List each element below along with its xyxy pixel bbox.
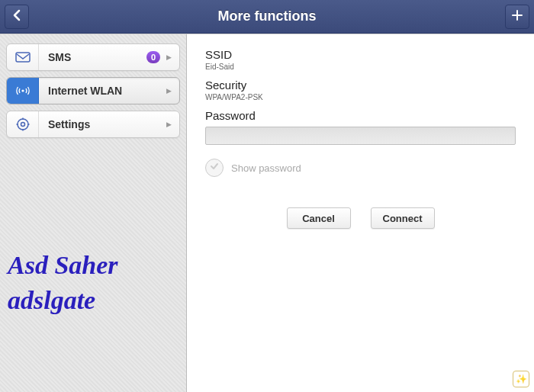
ssid-label: SSID: [205, 48, 516, 61]
connect-button[interactable]: Connect: [371, 207, 435, 229]
sidebar: SMS 0 ▶ Internet WLAN ▶ Settings ▶ Asd S…: [0, 34, 187, 392]
check-icon: [209, 161, 220, 175]
chevron-left-icon: [12, 9, 21, 24]
envelope-icon: [7, 44, 39, 70]
chevron-right-icon: ▶: [166, 53, 172, 61]
sidebar-item-label: Internet WLAN: [39, 85, 166, 97]
wifi-icon: [7, 78, 39, 104]
sidebar-item-label: SMS: [39, 51, 146, 63]
show-password-row: Show password: [205, 159, 516, 177]
sms-badge: 0: [146, 51, 160, 63]
gear-icon: [7, 111, 39, 137]
password-input[interactable]: [205, 127, 516, 145]
ssid-value: Eid-Said: [205, 63, 516, 71]
security-value: WPA/WPA2-PSK: [205, 93, 516, 101]
svg-point-1: [21, 89, 24, 92]
sparkle-icon: ✨: [516, 374, 527, 384]
sidebar-item-settings[interactable]: Settings ▶: [6, 111, 180, 138]
sidebar-item-sms[interactable]: SMS 0 ▶: [6, 43, 180, 71]
back-button[interactable]: [5, 5, 29, 29]
watermark-text: Asd Saher adslgate: [8, 248, 118, 318]
sidebar-item-label: Settings: [39, 118, 166, 130]
chevron-right-icon: ▶: [166, 87, 172, 95]
svg-rect-0: [16, 53, 30, 62]
sidebar-item-internet-wlan[interactable]: Internet WLAN ▶: [6, 77, 180, 104]
plus-icon: [511, 9, 523, 24]
content-panel: SSID Eid-Said Security WPA/WPA2-PSK Pass…: [187, 34, 534, 392]
corner-widget[interactable]: ✨: [513, 371, 529, 387]
body: SMS 0 ▶ Internet WLAN ▶ Settings ▶ Asd S…: [0, 34, 534, 392]
page-title: More functions: [29, 8, 505, 24]
svg-point-3: [21, 123, 24, 127]
svg-point-2: [18, 119, 28, 130]
show-password-toggle[interactable]: [205, 159, 224, 177]
show-password-label: Show password: [231, 162, 301, 174]
header-bar: More functions: [0, 0, 534, 34]
add-button[interactable]: [505, 5, 529, 29]
password-label: Password: [205, 109, 516, 122]
security-label: Security: [205, 79, 516, 92]
button-row: Cancel Connect: [205, 207, 516, 229]
chevron-right-icon: ▶: [166, 120, 172, 128]
cancel-button[interactable]: Cancel: [287, 207, 351, 229]
